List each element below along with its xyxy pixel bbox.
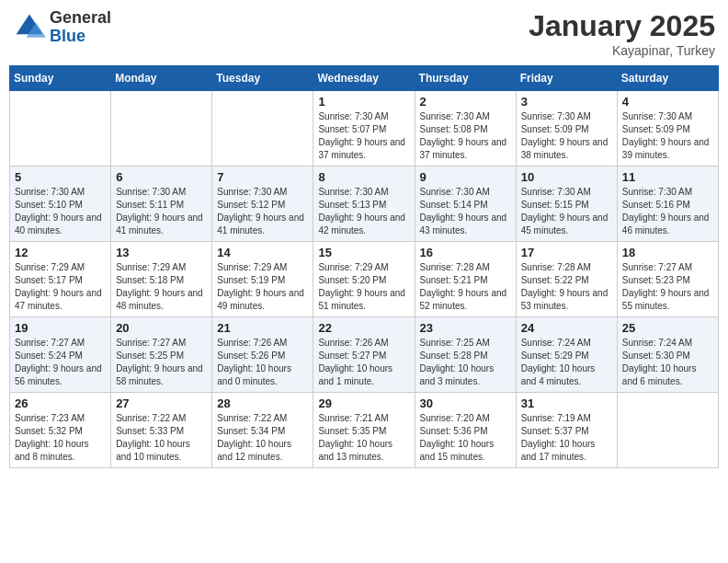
- calendar-cell: 19Sunrise: 7:27 AMSunset: 5:24 PMDayligh…: [10, 317, 111, 393]
- weekday-header-saturday: Saturday: [617, 66, 718, 91]
- calendar-cell: 23Sunrise: 7:25 AMSunset: 5:28 PMDayligh…: [415, 317, 516, 393]
- day-number: 17: [521, 246, 612, 259]
- logo-blue-text: Blue: [50, 27, 85, 45]
- day-info: Sunrise: 7:26 AMSunset: 5:27 PMDaylight:…: [318, 337, 409, 388]
- day-info: Sunrise: 7:25 AMSunset: 5:28 PMDaylight:…: [420, 337, 511, 388]
- day-number: 12: [15, 246, 106, 259]
- calendar-cell: 26Sunrise: 7:23 AMSunset: 5:32 PMDayligh…: [10, 393, 111, 468]
- day-number: 20: [116, 321, 207, 335]
- day-number: 24: [521, 321, 612, 335]
- calendar-cell: 9Sunrise: 7:30 AMSunset: 5:14 PMDaylight…: [415, 167, 516, 242]
- calendar-cell: 1Sunrise: 7:30 AMSunset: 5:07 PMDaylight…: [313, 91, 415, 167]
- logo-general-text: General: [50, 8, 111, 27]
- day-info: Sunrise: 7:30 AMSunset: 5:15 PMDaylight:…: [521, 186, 612, 237]
- day-number: 5: [15, 170, 106, 184]
- day-number: 4: [622, 95, 713, 109]
- calendar-cell: 11Sunrise: 7:30 AMSunset: 5:16 PMDayligh…: [617, 167, 718, 242]
- weekday-header-thursday: Thursday: [415, 66, 516, 91]
- day-info: Sunrise: 7:24 AMSunset: 5:30 PMDaylight:…: [622, 337, 713, 388]
- calendar-cell: 7Sunrise: 7:30 AMSunset: 5:12 PMDaylight…: [212, 167, 313, 242]
- calendar-week-row: 26Sunrise: 7:23 AMSunset: 5:32 PMDayligh…: [10, 393, 719, 468]
- day-info: Sunrise: 7:30 AMSunset: 5:14 PMDaylight:…: [420, 186, 511, 237]
- day-number: 9: [420, 170, 511, 184]
- calendar-table: SundayMondayTuesdayWednesdayThursdayFrid…: [9, 65, 719, 468]
- calendar-cell: 5Sunrise: 7:30 AMSunset: 5:10 PMDaylight…: [10, 167, 111, 242]
- calendar-cell: 10Sunrise: 7:30 AMSunset: 5:15 PMDayligh…: [516, 167, 617, 242]
- day-number: 11: [622, 170, 713, 184]
- day-info: Sunrise: 7:29 AMSunset: 5:20 PMDaylight:…: [318, 261, 409, 313]
- weekday-header-monday: Monday: [111, 66, 212, 91]
- calendar-cell: 31Sunrise: 7:19 AMSunset: 5:37 PMDayligh…: [516, 393, 617, 468]
- day-info: Sunrise: 7:30 AMSunset: 5:13 PMDaylight:…: [318, 186, 409, 237]
- day-info: Sunrise: 7:29 AMSunset: 5:18 PMDaylight:…: [116, 261, 207, 313]
- calendar-cell: 24Sunrise: 7:24 AMSunset: 5:29 PMDayligh…: [516, 317, 617, 393]
- day-number: 30: [420, 396, 511, 410]
- weekday-header-wednesday: Wednesday: [313, 66, 415, 91]
- calendar-cell: 25Sunrise: 7:24 AMSunset: 5:30 PMDayligh…: [617, 317, 718, 393]
- weekday-header-sunday: Sunday: [10, 66, 111, 91]
- calendar-cell: 29Sunrise: 7:21 AMSunset: 5:35 PMDayligh…: [313, 393, 415, 468]
- day-number: 18: [622, 246, 713, 259]
- calendar-cell: 21Sunrise: 7:26 AMSunset: 5:26 PMDayligh…: [212, 317, 313, 393]
- day-info: Sunrise: 7:21 AMSunset: 5:35 PMDaylight:…: [318, 412, 409, 464]
- calendar-cell: 20Sunrise: 7:27 AMSunset: 5:25 PMDayligh…: [111, 317, 212, 393]
- calendar-week-row: 12Sunrise: 7:29 AMSunset: 5:17 PMDayligh…: [10, 242, 719, 317]
- calendar-cell: 15Sunrise: 7:29 AMSunset: 5:20 PMDayligh…: [313, 242, 415, 317]
- calendar-cell: [212, 91, 313, 167]
- calendar-cell: 6Sunrise: 7:30 AMSunset: 5:11 PMDaylight…: [111, 167, 212, 242]
- calendar-cell: 3Sunrise: 7:30 AMSunset: 5:09 PMDaylight…: [516, 91, 617, 167]
- weekday-header-tuesday: Tuesday: [212, 66, 313, 91]
- day-number: 1: [318, 95, 409, 109]
- calendar-cell: 12Sunrise: 7:29 AMSunset: 5:17 PMDayligh…: [10, 242, 111, 317]
- calendar-cell: 17Sunrise: 7:28 AMSunset: 5:22 PMDayligh…: [516, 242, 617, 317]
- day-info: Sunrise: 7:27 AMSunset: 5:25 PMDaylight:…: [116, 337, 207, 388]
- day-number: 19: [15, 321, 106, 335]
- day-number: 15: [318, 246, 409, 259]
- day-info: Sunrise: 7:29 AMSunset: 5:17 PMDaylight:…: [15, 261, 106, 313]
- calendar-cell: 4Sunrise: 7:30 AMSunset: 5:09 PMDaylight…: [617, 91, 718, 167]
- calendar-cell: 14Sunrise: 7:29 AMSunset: 5:19 PMDayligh…: [212, 242, 313, 317]
- location-subtitle: Kayapinar, Turkey: [529, 43, 715, 58]
- day-number: 16: [420, 246, 511, 259]
- day-info: Sunrise: 7:22 AMSunset: 5:33 PMDaylight:…: [116, 412, 207, 464]
- day-number: 23: [420, 321, 511, 335]
- calendar-cell: 18Sunrise: 7:27 AMSunset: 5:23 PMDayligh…: [617, 242, 718, 317]
- month-title: January 2025: [529, 9, 715, 43]
- day-number: 2: [420, 95, 511, 109]
- day-number: 26: [15, 396, 106, 410]
- day-number: 3: [521, 95, 612, 109]
- calendar-week-row: 1Sunrise: 7:30 AMSunset: 5:07 PMDaylight…: [10, 91, 719, 167]
- day-number: 25: [622, 321, 713, 335]
- logo: General Blue: [13, 9, 111, 46]
- day-number: 21: [217, 321, 308, 335]
- day-info: Sunrise: 7:30 AMSunset: 5:09 PMDaylight:…: [521, 110, 612, 162]
- day-info: Sunrise: 7:30 AMSunset: 5:07 PMDaylight:…: [318, 110, 409, 162]
- day-info: Sunrise: 7:30 AMSunset: 5:09 PMDaylight:…: [622, 110, 713, 162]
- weekday-header-row: SundayMondayTuesdayWednesdayThursdayFrid…: [10, 66, 719, 91]
- logo-icon: [13, 11, 46, 44]
- calendar-cell: [111, 91, 212, 167]
- calendar-cell: 22Sunrise: 7:26 AMSunset: 5:27 PMDayligh…: [313, 317, 415, 393]
- day-number: 8: [318, 170, 409, 184]
- title-block: January 2025 Kayapinar, Turkey: [529, 9, 715, 58]
- calendar-cell: 30Sunrise: 7:20 AMSunset: 5:36 PMDayligh…: [415, 393, 516, 468]
- calendar-cell: [10, 91, 111, 167]
- day-info: Sunrise: 7:27 AMSunset: 5:23 PMDaylight:…: [622, 261, 713, 313]
- calendar-cell: [617, 393, 718, 468]
- calendar-week-row: 5Sunrise: 7:30 AMSunset: 5:10 PMDaylight…: [10, 167, 719, 242]
- page-header: General Blue January 2025 Kayapinar, Tur…: [9, 9, 719, 58]
- calendar-cell: 2Sunrise: 7:30 AMSunset: 5:08 PMDaylight…: [415, 91, 516, 167]
- day-number: 13: [116, 246, 207, 259]
- day-info: Sunrise: 7:23 AMSunset: 5:32 PMDaylight:…: [15, 412, 106, 464]
- day-number: 22: [318, 321, 409, 335]
- day-info: Sunrise: 7:30 AMSunset: 5:10 PMDaylight:…: [15, 186, 106, 237]
- day-number: 6: [116, 170, 207, 184]
- calendar-cell: 27Sunrise: 7:22 AMSunset: 5:33 PMDayligh…: [111, 393, 212, 468]
- day-info: Sunrise: 7:29 AMSunset: 5:19 PMDaylight:…: [217, 261, 308, 313]
- day-info: Sunrise: 7:30 AMSunset: 5:16 PMDaylight:…: [622, 186, 713, 237]
- calendar-cell: 13Sunrise: 7:29 AMSunset: 5:18 PMDayligh…: [111, 242, 212, 317]
- day-number: 27: [116, 396, 207, 410]
- calendar-cell: 16Sunrise: 7:28 AMSunset: 5:21 PMDayligh…: [415, 242, 516, 317]
- day-number: 28: [217, 396, 308, 410]
- day-info: Sunrise: 7:27 AMSunset: 5:24 PMDaylight:…: [15, 337, 106, 388]
